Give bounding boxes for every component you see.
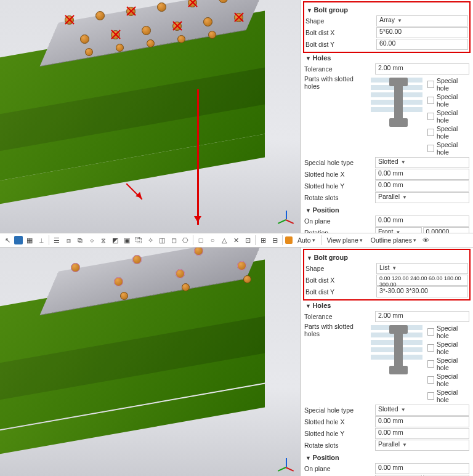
viewport-bottom[interactable]	[0, 248, 301, 476]
bolt[interactable]	[126, 7, 135, 16]
slotted-parts-label: Parts with slotted holes	[304, 323, 371, 337]
snap-icon[interactable]: ⊡	[243, 235, 253, 245]
rotate-slots-select[interactable]: Parallel	[375, 192, 469, 203]
bolt-dist-x-input[interactable]: 0.00 120.00 240.00 60.00 180.00 300.00	[376, 275, 468, 286]
special-hole-check[interactable]: Special hole	[427, 141, 469, 156]
snap-icon[interactable]: ○	[208, 235, 217, 245]
snap-icon[interactable]: □	[196, 235, 206, 245]
bolt-dist-y-label: Bolt dist Y	[305, 288, 376, 296]
bolt[interactable]	[114, 277, 123, 286]
special-hole-check[interactable]: Special hole	[427, 325, 469, 339]
bolt[interactable]	[71, 263, 80, 272]
outline-planes-dropdown[interactable]: Outline planes	[368, 235, 419, 246]
tool-icon[interactable]: ⿻	[134, 235, 144, 245]
on-plane-label: On plane	[304, 217, 375, 225]
tool-icon[interactable]: ▣	[122, 235, 132, 245]
snap-icon[interactable]: △	[219, 235, 229, 245]
bolt[interactable]	[176, 269, 185, 278]
slotted-y-input[interactable]: 0.00 mm	[375, 428, 469, 439]
view-plane-dropdown[interactable]: View plane	[324, 235, 366, 246]
special-hole-check[interactable]: Special hole	[427, 389, 469, 403]
color-icon[interactable]	[285, 236, 293, 244]
slotted-x-input[interactable]: 0.00 mm	[375, 416, 469, 427]
tool-icon[interactable]: ◻	[169, 235, 179, 245]
bolt-dist-y-input[interactable]: 60.00	[376, 39, 468, 50]
bolt[interactable]	[234, 13, 243, 22]
snap-icon[interactable]: ✕	[231, 235, 241, 245]
bolt[interactable]	[147, 39, 155, 47]
tolerance-input[interactable]: 2.00 mm	[375, 311, 469, 322]
grid-icon[interactable]: ▦	[25, 235, 34, 245]
section-position[interactable]: Position	[304, 451, 469, 462]
tool-icon[interactable]: ⧈	[63, 235, 73, 245]
special-hole-check[interactable]: Special hole	[427, 373, 469, 387]
tool-icon[interactable]: ◩	[110, 235, 120, 245]
bolt[interactable]	[182, 283, 190, 291]
section-holes[interactable]: Holes	[304, 299, 469, 310]
section-holes[interactable]: Holes	[304, 52, 469, 63]
special-hole-type-select[interactable]: Slotted	[375, 405, 469, 416]
bolt[interactable]	[172, 22, 182, 31]
tool-icon[interactable]: ⧖	[99, 235, 108, 245]
rotate-slots-select[interactable]: Parallel	[375, 440, 469, 451]
auto-dropdown[interactable]: Auto	[294, 235, 318, 246]
tool-icon[interactable]: ◫	[157, 235, 167, 245]
section-bolt-group[interactable]: Bolt group	[305, 251, 468, 262]
bolt[interactable]	[120, 292, 128, 300]
tool-icon[interactable]: ☰	[52, 235, 62, 245]
tolerance-label: Tolerance	[304, 65, 375, 73]
bolt-dist-y-input[interactable]: 3*-30.00 3*30.00	[376, 286, 468, 297]
bolt[interactable]	[85, 48, 93, 56]
bolt[interactable]	[177, 35, 185, 43]
slotted-hole-diagram-icon[interactable]	[371, 325, 422, 374]
bolt[interactable]	[208, 31, 216, 39]
bolt[interactable]	[95, 11, 105, 20]
annotation-arrow-icon	[197, 89, 199, 225]
special-hole-check[interactable]: Special hole	[427, 77, 469, 92]
bolt[interactable]	[203, 17, 212, 26]
on-plane-label: On plane	[304, 465, 375, 472]
rotation-angle-input[interactable]: 0.00000	[423, 227, 470, 233]
special-hole-check[interactable]: Special hole	[427, 93, 469, 108]
bolt[interactable]	[243, 275, 251, 283]
tool-icon[interactable]: ⎔	[180, 235, 190, 245]
viewport-top[interactable]	[0, 0, 301, 233]
measure-icon[interactable]: ⟂	[36, 235, 46, 245]
shape-select[interactable]: List	[376, 263, 468, 274]
section-bolt-group[interactable]: Bolt group	[305, 4, 468, 15]
ortho-icon[interactable]: ⊟	[270, 235, 280, 245]
tool-icon[interactable]: ✧	[145, 235, 155, 245]
tolerance-input[interactable]: 2.00 mm	[375, 63, 469, 75]
shape-select[interactable]: Array	[376, 15, 468, 26]
bolt[interactable]	[111, 30, 120, 39]
tool-icon[interactable]: ⧉	[75, 235, 85, 245]
slotted-hole-diagram-icon[interactable]	[371, 78, 422, 127]
rotation-select[interactable]: Front	[375, 227, 422, 233]
special-hole-type-select[interactable]: Slotted	[375, 157, 469, 168]
bolt[interactable]	[65, 15, 74, 25]
slotted-x-input[interactable]: 0.00 mm	[375, 169, 469, 180]
special-hole-type-label: Special hole type	[304, 159, 375, 166]
special-hole-check[interactable]: Special hole	[427, 125, 469, 140]
selection-arrow-icon[interactable]: ↖	[2, 235, 12, 245]
special-hole-check[interactable]: Special hole	[427, 341, 469, 355]
special-hole-check[interactable]: Special hole	[427, 357, 469, 371]
bolt[interactable]	[142, 26, 151, 35]
bolt-dist-x-input[interactable]: 5*60.00	[376, 27, 468, 38]
eye-icon[interactable]: 👁	[421, 235, 431, 245]
bolt[interactable]	[80, 34, 89, 44]
shading-icon[interactable]	[14, 236, 23, 244]
bolt[interactable]	[116, 44, 124, 52]
tool-icon[interactable]: ⟐	[87, 235, 97, 245]
slotted-y-input[interactable]: 0.00 mm	[375, 180, 469, 192]
section-position[interactable]: Position	[304, 204, 469, 215]
special-hole-check[interactable]: Special hole	[427, 109, 469, 124]
bolt[interactable]	[237, 261, 246, 270]
rotate-slots-label: Rotate slots	[304, 194, 375, 201]
on-plane-input[interactable]: 0.00 mm	[375, 463, 469, 474]
bolt[interactable]	[132, 255, 142, 264]
slotted-y-label: Slotted hole Y	[304, 182, 375, 190]
bolt[interactable]	[157, 2, 166, 12]
on-plane-input[interactable]: 0.00 mm	[375, 216, 469, 227]
ortho-icon[interactable]: ⊞	[258, 235, 268, 245]
